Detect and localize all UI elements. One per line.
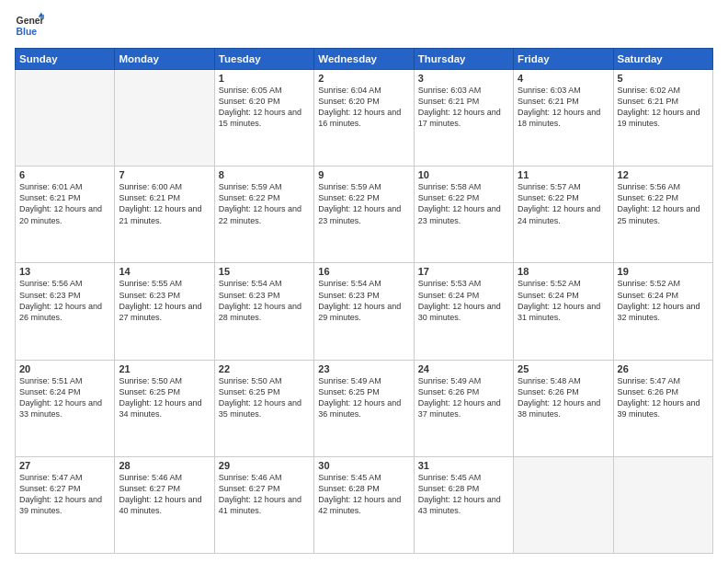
day-number: 1 (219, 73, 310, 84)
calendar-cell: 31Sunrise: 5:45 AMSunset: 6:28 PMDayligh… (414, 456, 513, 553)
calendar-cell: 16Sunrise: 5:54 AMSunset: 6:23 PMDayligh… (314, 263, 414, 360)
day-number: 19 (618, 266, 709, 277)
col-header-sunday: Sunday (16, 49, 115, 70)
day-number: 18 (518, 266, 609, 277)
calendar-cell: 24Sunrise: 5:49 AMSunset: 6:26 PMDayligh… (414, 360, 513, 456)
calendar-cell: 13Sunrise: 5:56 AMSunset: 6:23 PMDayligh… (16, 263, 115, 360)
calendar-header-row: SundayMondayTuesdayWednesdayThursdayFrid… (16, 49, 713, 70)
header: General Blue (15, 11, 713, 40)
calendar-cell: 6Sunrise: 6:01 AMSunset: 6:21 PMDaylight… (16, 167, 115, 263)
day-number: 23 (318, 363, 409, 374)
day-info: Sunrise: 5:48 AMSunset: 6:26 PMDaylight:… (518, 375, 609, 420)
day-info: Sunrise: 5:49 AMSunset: 6:25 PMDaylight:… (318, 375, 409, 420)
calendar-cell: 5Sunrise: 6:02 AMSunset: 6:21 PMDaylight… (613, 70, 712, 167)
col-header-monday: Monday (115, 49, 214, 70)
day-info: Sunrise: 5:57 AMSunset: 6:22 PMDaylight:… (518, 181, 609, 226)
logo-icon: General Blue (15, 11, 44, 40)
day-info: Sunrise: 5:51 AMSunset: 6:24 PMDaylight:… (19, 375, 110, 420)
calendar-cell (514, 456, 613, 553)
calendar-cell: 7Sunrise: 6:00 AMSunset: 6:21 PMDaylight… (115, 167, 214, 263)
day-info: Sunrise: 5:52 AMSunset: 6:24 PMDaylight:… (618, 278, 709, 323)
day-number: 3 (418, 73, 509, 84)
day-number: 10 (418, 169, 509, 180)
day-info: Sunrise: 5:56 AMSunset: 6:23 PMDaylight:… (19, 278, 110, 323)
day-number: 9 (318, 169, 409, 180)
day-number: 24 (418, 363, 509, 374)
day-number: 8 (219, 169, 310, 180)
day-info: Sunrise: 6:03 AMSunset: 6:21 PMDaylight:… (518, 85, 609, 130)
day-info: Sunrise: 5:53 AMSunset: 6:24 PMDaylight:… (418, 278, 509, 323)
calendar-cell: 19Sunrise: 5:52 AMSunset: 6:24 PMDayligh… (613, 263, 712, 360)
day-info: Sunrise: 5:49 AMSunset: 6:26 PMDaylight:… (418, 375, 509, 420)
day-number: 5 (618, 73, 709, 84)
day-info: Sunrise: 5:59 AMSunset: 6:22 PMDaylight:… (219, 181, 310, 226)
day-number: 15 (219, 266, 310, 277)
day-number: 27 (19, 460, 110, 471)
calendar-cell: 9Sunrise: 5:59 AMSunset: 6:22 PMDaylight… (314, 167, 414, 263)
day-info: Sunrise: 5:54 AMSunset: 6:23 PMDaylight:… (219, 278, 310, 323)
calendar-cell: 27Sunrise: 5:47 AMSunset: 6:27 PMDayligh… (16, 456, 115, 553)
day-info: Sunrise: 5:59 AMSunset: 6:22 PMDaylight:… (318, 181, 409, 226)
calendar-cell: 12Sunrise: 5:56 AMSunset: 6:22 PMDayligh… (613, 167, 712, 263)
calendar-cell: 3Sunrise: 6:03 AMSunset: 6:21 PMDaylight… (414, 70, 513, 167)
day-number: 12 (618, 169, 709, 180)
week-row-4: 27Sunrise: 5:47 AMSunset: 6:27 PMDayligh… (16, 456, 713, 553)
calendar-cell: 22Sunrise: 5:50 AMSunset: 6:25 PMDayligh… (214, 360, 313, 456)
calendar-cell: 20Sunrise: 5:51 AMSunset: 6:24 PMDayligh… (16, 360, 115, 456)
day-info: Sunrise: 5:52 AMSunset: 6:24 PMDaylight:… (518, 278, 609, 323)
calendar-cell: 26Sunrise: 5:47 AMSunset: 6:26 PMDayligh… (613, 360, 712, 456)
day-info: Sunrise: 5:47 AMSunset: 6:26 PMDaylight:… (618, 375, 709, 420)
calendar-cell: 8Sunrise: 5:59 AMSunset: 6:22 PMDaylight… (214, 167, 313, 263)
day-info: Sunrise: 5:56 AMSunset: 6:22 PMDaylight:… (618, 181, 709, 226)
calendar-cell: 15Sunrise: 5:54 AMSunset: 6:23 PMDayligh… (214, 263, 313, 360)
week-row-2: 13Sunrise: 5:56 AMSunset: 6:23 PMDayligh… (16, 263, 713, 360)
col-header-wednesday: Wednesday (314, 49, 414, 70)
day-info: Sunrise: 5:46 AMSunset: 6:27 PMDaylight:… (219, 472, 310, 517)
day-info: Sunrise: 6:03 AMSunset: 6:21 PMDaylight:… (418, 85, 509, 130)
day-number: 20 (19, 363, 110, 374)
calendar-cell (16, 70, 115, 167)
calendar-cell (613, 456, 712, 553)
calendar-cell: 2Sunrise: 6:04 AMSunset: 6:20 PMDaylight… (314, 70, 414, 167)
day-number: 11 (518, 169, 609, 180)
logo: General Blue (15, 11, 44, 40)
day-info: Sunrise: 5:50 AMSunset: 6:25 PMDaylight:… (219, 375, 310, 420)
day-number: 16 (318, 266, 409, 277)
calendar-cell: 14Sunrise: 5:55 AMSunset: 6:23 PMDayligh… (115, 263, 214, 360)
day-info: Sunrise: 6:01 AMSunset: 6:21 PMDaylight:… (19, 181, 110, 226)
day-number: 25 (518, 363, 609, 374)
col-header-saturday: Saturday (613, 49, 712, 70)
day-info: Sunrise: 5:45 AMSunset: 6:28 PMDaylight:… (318, 472, 409, 517)
day-info: Sunrise: 6:05 AMSunset: 6:20 PMDaylight:… (219, 85, 310, 130)
day-info: Sunrise: 5:55 AMSunset: 6:23 PMDaylight:… (119, 278, 210, 323)
day-info: Sunrise: 5:47 AMSunset: 6:27 PMDaylight:… (19, 472, 110, 517)
day-number: 2 (318, 73, 409, 84)
week-row-3: 20Sunrise: 5:51 AMSunset: 6:24 PMDayligh… (16, 360, 713, 456)
day-number: 6 (19, 169, 110, 180)
calendar-cell: 11Sunrise: 5:57 AMSunset: 6:22 PMDayligh… (514, 167, 613, 263)
day-number: 13 (19, 266, 110, 277)
calendar-cell: 18Sunrise: 5:52 AMSunset: 6:24 PMDayligh… (514, 263, 613, 360)
day-info: Sunrise: 5:46 AMSunset: 6:27 PMDaylight:… (119, 472, 210, 517)
day-info: Sunrise: 6:04 AMSunset: 6:20 PMDaylight:… (318, 85, 409, 130)
day-number: 4 (518, 73, 609, 84)
day-number: 30 (318, 460, 409, 471)
calendar-cell: 23Sunrise: 5:49 AMSunset: 6:25 PMDayligh… (314, 360, 414, 456)
svg-text:General: General (17, 16, 44, 26)
calendar-cell: 1Sunrise: 6:05 AMSunset: 6:20 PMDaylight… (214, 70, 313, 167)
day-number: 28 (119, 460, 210, 471)
day-number: 22 (219, 363, 310, 374)
day-number: 31 (418, 460, 509, 471)
day-info: Sunrise: 6:02 AMSunset: 6:21 PMDaylight:… (618, 85, 709, 130)
day-info: Sunrise: 5:54 AMSunset: 6:23 PMDaylight:… (318, 278, 409, 323)
col-header-thursday: Thursday (414, 49, 513, 70)
day-number: 7 (119, 169, 210, 180)
day-info: Sunrise: 6:00 AMSunset: 6:21 PMDaylight:… (119, 181, 210, 226)
day-number: 14 (119, 266, 210, 277)
calendar-cell: 21Sunrise: 5:50 AMSunset: 6:25 PMDayligh… (115, 360, 214, 456)
day-number: 21 (119, 363, 210, 374)
col-header-tuesday: Tuesday (214, 49, 313, 70)
calendar-cell: 10Sunrise: 5:58 AMSunset: 6:22 PMDayligh… (414, 167, 513, 263)
day-info: Sunrise: 5:45 AMSunset: 6:28 PMDaylight:… (418, 472, 509, 517)
week-row-0: 1Sunrise: 6:05 AMSunset: 6:20 PMDaylight… (16, 70, 713, 167)
